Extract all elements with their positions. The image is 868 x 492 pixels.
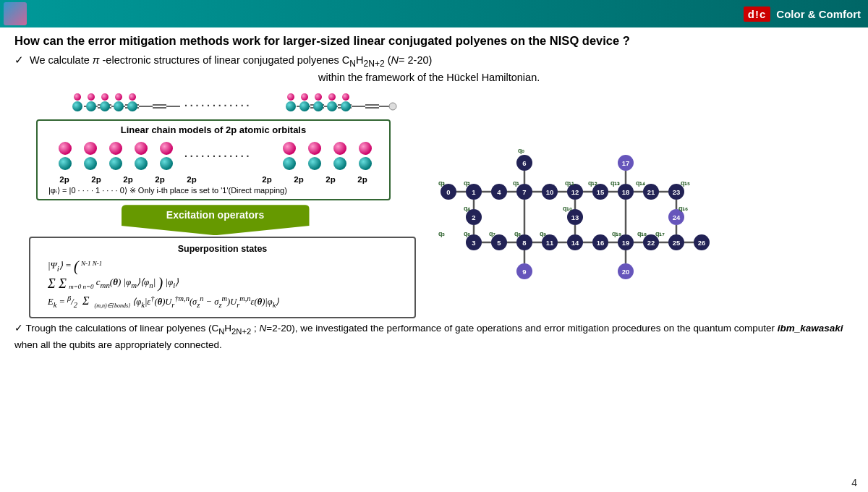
qlabel-q11: q₁₁	[565, 179, 575, 187]
svg-point-49	[135, 157, 148, 170]
svg-point-38	[327, 101, 337, 111]
qlabel-q18: q₁₈	[637, 230, 647, 237]
page-number: 4	[851, 477, 857, 488]
qlabel-q19: q₁₉	[612, 230, 622, 237]
svg-point-32	[286, 101, 296, 111]
svg-point-58	[333, 157, 346, 170]
bullet1: ✓ We calculate π -electronic structures …	[14, 54, 854, 69]
svg-point-56	[308, 157, 321, 170]
bullet1-text: We calculate π -electronic structures of…	[30, 54, 432, 69]
svg-point-34	[299, 101, 310, 111]
bullet2: ✓ Trough the calculations of linear poly…	[14, 321, 854, 352]
main-content: How can the error mitigation methods wor…	[0, 27, 868, 492]
svg-point-37	[328, 93, 336, 101]
svg-point-45	[84, 157, 97, 170]
qlabel-q15: q₁₅	[681, 179, 691, 187]
svg-point-48	[135, 142, 148, 155]
chain-balls-row: · · · · · · · · · · · ·	[45, 140, 382, 172]
svg-point-36	[313, 101, 323, 111]
molecule-chain-area: · · · · · · · · · · · ·	[72, 86, 854, 116]
qlabel-q10: q₁₀	[563, 205, 573, 212]
qlabel-q3: q₃	[438, 179, 446, 187]
chain-box: Linear chain models of 2p atomic orbital…	[36, 119, 391, 200]
chain-balls-svg: · · · · · · · · · · · ·	[51, 140, 376, 172]
excitation-area: Excitation operators	[14, 205, 416, 235]
qlabel-q13: q₁₃	[610, 179, 621, 187]
qlabel-q9: q₉	[540, 230, 547, 237]
svg-point-59	[359, 142, 372, 155]
qlabel-q1: q₁	[513, 179, 520, 187]
svg-text:· · · · · · · · · · · ·: · · · · · · · · · · · ·	[184, 150, 249, 162]
qlabel-q14: q₁₄	[636, 179, 646, 187]
qlabel-q5: q₅	[438, 230, 446, 237]
svg-point-53	[283, 142, 296, 155]
svg-point-33	[301, 93, 308, 101]
svg-point-30	[127, 101, 137, 111]
qlabel-q17: q₁₇	[655, 230, 665, 237]
check1: ✓	[14, 54, 24, 66]
qlabel-q0: q₀	[518, 147, 525, 154]
qlabel-q6: q₆	[464, 230, 471, 237]
svg-point-44	[84, 142, 97, 155]
svg-point-55	[308, 142, 321, 155]
qubit-graph: q₀ q₃ q₂ q₁ q₄ q₅ q₆ q₇ q₈ q₉ q₁₀ q₁₁ q₁…	[427, 123, 731, 297]
svg-point-46	[109, 142, 122, 155]
molecule-chain-svg: · · · · · · · · · · · ·	[72, 86, 434, 114]
qlabel-q8: q₈	[514, 230, 522, 237]
svg-point-40	[341, 101, 351, 111]
svg-point-27	[115, 93, 122, 101]
qubit-graph-area: q₀ q₃ q₂ q₁ q₄ q₅ q₆ q₇ q₈ q₉ q₁₀ q₁₁ q₁…	[427, 119, 854, 318]
svg-point-31	[287, 93, 294, 101]
superposition-title: Superposition states	[41, 244, 404, 254]
svg-point-50	[160, 142, 173, 155]
svg-point-25	[101, 93, 109, 101]
logo-area: d!c Color & Comfort	[744, 7, 861, 22]
qlabel-q4: q₄	[464, 205, 471, 212]
svg-point-41	[389, 103, 396, 110]
svg-point-42	[59, 142, 72, 155]
svg-point-60	[359, 157, 372, 170]
svg-text:· · · · · · · · · · · ·: · · · · · · · · · · · ·	[184, 100, 249, 111]
chain-box-title: Linear chain models of 2p atomic orbital…	[45, 124, 382, 135]
svg-point-51	[160, 157, 173, 170]
superposition-box: Superposition states |Ψi⟩ = ( N-1 N-1 Σ …	[29, 237, 416, 318]
svg-point-29	[129, 93, 136, 101]
svg-point-24	[86, 101, 96, 111]
chain-labels: 2p 2p 2p 2p 2p 2p 2p 2p 2p	[45, 175, 382, 184]
svg-point-21	[74, 93, 81, 101]
middle-section: Linear chain models of 2p atomic orbital…	[14, 119, 854, 318]
svg-point-28	[114, 101, 124, 111]
left-section: Linear chain models of 2p atomic orbital…	[14, 119, 416, 318]
svg-point-39	[342, 93, 349, 101]
qlabel-q2: q₂	[464, 179, 471, 187]
excitation-box: Excitation operators	[122, 205, 310, 235]
svg-point-22	[72, 101, 82, 111]
svg-point-57	[333, 142, 346, 155]
qlabel-q12: q₁₂	[588, 179, 598, 187]
svg-point-54	[283, 157, 296, 170]
svg-point-35	[315, 93, 322, 101]
thumbnail-image	[4, 2, 27, 25]
svg-point-43	[59, 157, 72, 170]
header-bar: d!c Color & Comfort	[0, 0, 868, 27]
svg-point-23	[88, 93, 95, 101]
chain-bra: |φᵢ⟩ = |0 · · · · 1 · · · · 0⟩ ※ Only i-…	[45, 186, 382, 195]
qlabel-q16-right: q₁₆	[678, 205, 689, 212]
svg-point-47	[109, 157, 122, 170]
qlabel-q7: q₇	[489, 230, 496, 237]
framework-line: within the framework of the Hückel Hamil…	[318, 72, 854, 83]
eq2: Ek = β/2 Σ (m,n)∈{bonds} ⟨φk|ε†(θ)Ur†m,n…	[48, 294, 404, 309]
eq1: |Ψi⟩ = ( N-1 N-1 Σ Σ m=0 n=0 cmn(θ) |φm⟩…	[48, 258, 404, 292]
dic-logo: d!c	[744, 7, 771, 22]
svg-point-26	[100, 101, 110, 111]
check2: ✓	[14, 323, 23, 334]
brand-name: Color & Comfort	[776, 8, 861, 20]
main-title: How can the error mitigation methods wor…	[14, 33, 854, 48]
